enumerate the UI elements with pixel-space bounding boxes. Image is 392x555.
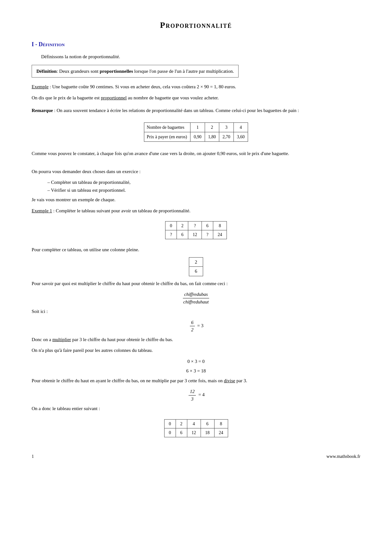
t2r2c5: 24 bbox=[213, 230, 227, 239]
donc-text2: par 3 le chiffre du haut pour obtenir le… bbox=[71, 337, 173, 342]
col-table: 2 6 bbox=[189, 257, 203, 276]
table2: 0 2 ? 6 8 ? 6 12 ? 24 bbox=[165, 221, 227, 239]
example1-para: Exemple 1 : Compléter le tableau suivant… bbox=[32, 207, 360, 215]
donc-para1: Donc on a multiplier par 3 le chiffre du… bbox=[32, 336, 360, 343]
definition-bold: proportionnelles bbox=[100, 69, 133, 74]
fraction-display: 6 2 bbox=[190, 319, 195, 334]
exercise-intro: On pourra vous demander deux choses dans… bbox=[32, 168, 360, 175]
table1-val1-2: 2 bbox=[205, 122, 219, 132]
calc1: 0 × 3 = 0 bbox=[32, 358, 360, 365]
donc-underline: multiplier bbox=[52, 337, 71, 342]
page-footer: 1 www.mathsbook.fr bbox=[32, 453, 360, 460]
obtenir-text: Pour obtenir le chiffre du haut en ayant… bbox=[32, 378, 224, 383]
table1-val1-3: 3 bbox=[219, 122, 234, 132]
example-text2: On dis que le prix de la baguette est bbox=[32, 95, 101, 100]
t2r2c3: 12 bbox=[188, 230, 202, 239]
list-item1: – Compléter un tableau de proportionnali… bbox=[47, 179, 360, 186]
table1-header1: Nombre de baguettes bbox=[144, 122, 190, 132]
t2r2c2: 6 bbox=[177, 230, 188, 239]
t3r2c2: 6 bbox=[176, 428, 187, 437]
example-text1: : Une baguette coûte 90 centimes. Si vou… bbox=[48, 84, 236, 89]
t3r2c5: 24 bbox=[214, 428, 228, 437]
t2r2c4: ? bbox=[202, 230, 213, 239]
table1-val2-1: 0,90 bbox=[190, 132, 205, 141]
example1-text: : Compléter le tableau suivant pour avoi… bbox=[52, 208, 190, 213]
t3r1c3: 4 bbox=[187, 419, 201, 428]
t3r2c1: 0 bbox=[164, 428, 176, 437]
t3r1c1: 0 bbox=[164, 419, 176, 428]
t3r2c3: 12 bbox=[187, 428, 201, 437]
fraction2-num: 12 bbox=[189, 388, 196, 396]
donc-text1: Donc on a bbox=[32, 337, 52, 342]
fraction2-result: = 4 bbox=[198, 392, 205, 397]
fraction2-display: 12 3 bbox=[189, 388, 196, 402]
table1-val2-3: 2,70 bbox=[219, 132, 234, 141]
obtenir-underline: divise bbox=[224, 378, 235, 383]
baguettes-table: Nombre de baguettes 1 2 3 4 Prix à payer… bbox=[144, 122, 248, 142]
table1-val2-2: 1,80 bbox=[205, 132, 219, 141]
fraction-label-num: chiffredubas bbox=[183, 291, 209, 298]
table1-val1-4: 4 bbox=[233, 122, 248, 132]
definition-end: lorsque l'on passe de l'un à l'autre par… bbox=[133, 69, 234, 74]
remark-label: Remarque bbox=[32, 108, 53, 113]
example-para2: On dis que le prix de la baguette est pr… bbox=[32, 94, 360, 102]
fraction-num: 6 bbox=[190, 319, 195, 327]
table1-header2: Prix à payer (en euros) bbox=[144, 132, 190, 141]
remark-para: Remarque : On aura souvent tendance à éc… bbox=[32, 107, 360, 114]
definition-label: Définition bbox=[36, 69, 57, 74]
fraction2-den: 3 bbox=[190, 396, 195, 403]
example-underline: proportionnel bbox=[101, 95, 127, 100]
after-table1: Comme vous pouvez le constater, à chaque… bbox=[32, 150, 360, 157]
fraction-den: 2 bbox=[190, 326, 195, 334]
calc2: 6 × 3 = 18 bbox=[32, 367, 360, 375]
fraction-label-den: chiffreduhaut bbox=[182, 298, 210, 306]
website: www.mathsbook.fr bbox=[327, 453, 360, 460]
example-para1: Exemple : Une baguette coûte 90 centimes… bbox=[32, 83, 360, 90]
page-number: 1 bbox=[32, 453, 34, 460]
fraction-12-3: 12 3 = 4 bbox=[32, 388, 360, 402]
obtenir-text2: par 3. bbox=[235, 378, 247, 383]
t3r1c2: 2 bbox=[176, 419, 187, 428]
section-heading: I - Définition bbox=[32, 40, 360, 49]
donc-tableau-text: On a donc le tableau entier suivant : bbox=[32, 405, 360, 412]
page-title: Proportionnalité bbox=[32, 19, 360, 31]
intro-text: Définissons la notion de proportionnalit… bbox=[41, 53, 360, 60]
after-table2: Pour compléter ce tableau, on utilise un… bbox=[32, 246, 360, 253]
fraction-result: = 3 bbox=[197, 323, 203, 328]
t2r2c1: ? bbox=[165, 230, 177, 239]
colt-r1: 2 bbox=[189, 257, 203, 267]
t2r1c3: ? bbox=[188, 221, 202, 230]
list-after: Je vais vous montrer un exemple de chaqu… bbox=[32, 196, 360, 203]
obtenir-para: Pour obtenir le chiffre du haut en ayant… bbox=[32, 377, 360, 384]
t3r1c4: 6 bbox=[201, 419, 214, 428]
table1-val1-1: 1 bbox=[190, 122, 205, 132]
after-col-text: Pour savoir par quoi est multiplier le c… bbox=[32, 280, 360, 287]
table3: 0 2 4 6 8 0 6 12 18 24 bbox=[164, 419, 228, 437]
example1-label: Exemple 1 bbox=[32, 208, 52, 213]
definition-box: Définition: Deux grandeurs sont proporti… bbox=[32, 65, 239, 78]
t3r2c4: 18 bbox=[201, 428, 214, 437]
t2r1c2: 2 bbox=[177, 221, 188, 230]
colt-r2: 6 bbox=[189, 267, 203, 276]
soit-ici-label: Soit ici : bbox=[32, 308, 360, 315]
donc-para2: On n'a plus qu'à faire pareil pour les a… bbox=[32, 347, 360, 354]
t2r1c5: 8 bbox=[213, 221, 227, 230]
fraction-label-container: chiffredubas chiffreduhaut bbox=[182, 291, 210, 305]
example-text3: au nombre de baguette que vous voulez ac… bbox=[127, 95, 219, 100]
table1-val2-4: 3,60 bbox=[233, 132, 248, 141]
example-label: Exemple bbox=[32, 84, 48, 89]
definition-text: : Deux grandeurs sont bbox=[57, 69, 100, 74]
t2r1c4: 6 bbox=[202, 221, 213, 230]
exercise-list: – Compléter un tableau de proportionnali… bbox=[47, 179, 360, 194]
t3r1c5: 8 bbox=[214, 419, 228, 428]
list-item2: – Vérifier si un tableau est proportionn… bbox=[47, 187, 360, 194]
t2r1c1: 0 bbox=[165, 221, 177, 230]
remark-text: : On aura souvent tendance à écrire les … bbox=[53, 108, 299, 113]
fraction-6-2: 6 2 = 3 bbox=[32, 319, 360, 334]
fraction-label-block: chiffredubas chiffreduhaut bbox=[32, 291, 360, 305]
